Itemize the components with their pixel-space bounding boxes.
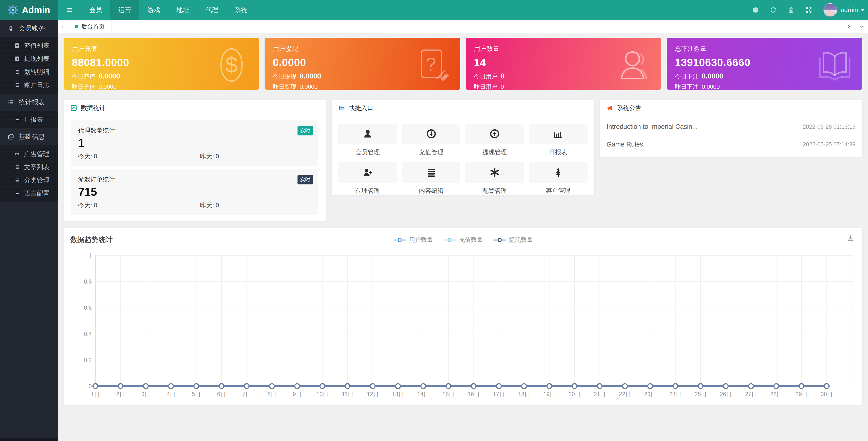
sidebar-item-account-log[interactable]: 账户日志 (0, 78, 58, 92)
legend-label: 用户数量 (409, 236, 433, 244)
notice-item[interactable]: Introduction to Imperial Casin... 2022-0… (607, 118, 856, 135)
fullscreen-button[interactable] (800, 6, 817, 13)
user-menu[interactable]: admin (841, 6, 865, 13)
quick-entry-menu-management[interactable]: 菜单管理 (529, 162, 588, 195)
svg-text:25日: 25日 (694, 391, 707, 397)
card-yesterday-value: 0.0000 (99, 83, 117, 90)
clear-cache-button[interactable] (782, 6, 800, 13)
sidebar-item-language-config[interactable]: 语言配置 (0, 187, 58, 200)
nav-item-agents[interactable]: 代理 (197, 0, 226, 20)
legend-withdraw-count[interactable]: 提现数量 (493, 236, 533, 244)
card-today-label: 今日用户 (474, 73, 498, 80)
ad-icon (14, 151, 20, 157)
nav-item-addresses[interactable]: 地址 (168, 0, 197, 20)
quick-entry-label: 菜单管理 (529, 187, 588, 195)
quick-entry-recharge-management[interactable]: 充值管理 (402, 124, 461, 156)
svg-text:27日: 27日 (745, 391, 757, 397)
nav-item-games[interactable]: 游戏 (139, 0, 168, 20)
user-avatar[interactable] (824, 3, 837, 17)
caret-down-icon (861, 9, 865, 11)
svg-text:1日: 1日 (91, 391, 100, 397)
chevron-down-icon (859, 24, 865, 30)
card-yesterday-value: 0.0000 (300, 83, 318, 90)
quick-tile (338, 162, 397, 182)
card-today-value: 0.0000 (300, 72, 321, 80)
svg-text:?: ? (426, 54, 436, 74)
fullscreen-icon (805, 6, 812, 13)
sidebar-section-basic-info[interactable]: 基础信息 (0, 128, 58, 145)
card-yesterday-label: 昨日下注 (675, 83, 699, 90)
tabs-menu-button[interactable] (855, 20, 868, 33)
svg-text:0.6: 0.6 (84, 304, 92, 311)
legend-marker (443, 238, 456, 242)
sidebar-section-member-accounts[interactable]: B 会员账务 (0, 20, 58, 37)
nav-hamburger[interactable] (58, 0, 81, 20)
sidebar-section-label: 会员账务 (19, 24, 45, 33)
svg-text:3日: 3日 (142, 391, 150, 397)
tabbar: 后台首页 (58, 20, 868, 33)
legend-user-count[interactable]: 用户数量 (393, 236, 433, 244)
system-notice-header: 系统公告 (600, 100, 862, 116)
list-icon (14, 164, 20, 170)
nav-item-members[interactable]: 会员 (81, 0, 110, 20)
quick-entry-withdraw-management[interactable]: 提现管理 (465, 124, 524, 156)
sidebar-item-category-management[interactable]: 分类管理 (0, 174, 58, 187)
data-statistics-header: 数据统计 (64, 100, 326, 116)
sidebar-section-statistics[interactable]: 统计报表 (0, 94, 58, 111)
svg-text:16日: 16日 (468, 391, 479, 397)
bars-icon (426, 167, 436, 178)
username-label: admin (841, 6, 858, 13)
tree-icon (553, 167, 563, 178)
quick-entry-daily-report[interactable]: 日报表 (529, 124, 588, 156)
svg-text:11日: 11日 (342, 391, 353, 397)
legend-recharge-count[interactable]: 充值数量 (443, 236, 483, 244)
today-label: 今天: (78, 202, 92, 209)
quick-entry-label: 代理管理 (338, 187, 397, 195)
quick-entry-agent-management[interactable]: 代理管理 (338, 162, 397, 195)
notice-item[interactable]: Game Rules 2022-05-25 07:14:39 (607, 135, 856, 153)
sidebar-item-daily-report[interactable]: 日报表 (0, 113, 58, 126)
main-nav: 会员 运营 游戏 地址 代理 系统 (58, 0, 255, 20)
game-order-box: 游戏订单统计 实时 715 今天: 0 昨天: 0 (71, 169, 318, 215)
tab-dashboard-home[interactable]: 后台首页 (68, 20, 112, 33)
main-content: 用户充值 88081.0000 今日充值0.0000 昨日充值0.0000 $ … (58, 33, 868, 441)
sidebar: B 会员账务 充值列表 提现列表 划转明细 (0, 20, 58, 441)
quick-tile (402, 124, 461, 144)
svg-text:$: $ (225, 52, 238, 77)
quick-entry-member-management[interactable]: 会员管理 (338, 124, 397, 156)
sidebar-item-ad-management[interactable]: 广告管理 (0, 147, 58, 161)
sidebar-item-article-list[interactable]: 文章列表 (0, 161, 58, 174)
stat-card-user-withdraw: 用户提现 0.0000 今日提现0.0000 昨日提现0.0000 ? (265, 38, 460, 90)
nav-item-operations[interactable]: 运营 (110, 0, 139, 20)
sidebar-item-label: 分类管理 (24, 176, 50, 185)
quick-entry-content-editing[interactable]: 内容编辑 (402, 162, 461, 195)
quick-tile (465, 162, 524, 182)
today-value: 0 (94, 202, 97, 209)
stat-box-value: 1 (78, 136, 312, 149)
sidebar-item-recharge-list[interactable]: 充值列表 (0, 39, 58, 52)
panels-row: 数据统计 代理数量统计 实时 1 今天: 0 昨天: 0 游戏订单统计 实时 7… (64, 100, 862, 221)
sidebar-item-label: 日报表 (24, 115, 43, 124)
tabs-scroll-right-button[interactable] (842, 20, 855, 33)
svg-text:17日: 17日 (493, 391, 505, 397)
quick-entry-config-management[interactable]: 配置管理 (465, 162, 524, 195)
sidebar-item-withdraw-list[interactable]: 提现列表 (0, 52, 58, 65)
svg-text:5日: 5日 (192, 391, 201, 397)
plus-square-icon (14, 43, 20, 48)
quick-entry-label: 内容编辑 (402, 187, 461, 195)
card-today-value: 0.0000 (99, 72, 120, 80)
refresh-button[interactable] (765, 6, 782, 13)
trend-chart: 00.20.40.60.811日2日3日4日5日6日7日8日9日10日11日12… (70, 250, 856, 405)
svg-text:28日: 28日 (770, 391, 782, 397)
card-today-label: 今日提现 (273, 73, 297, 80)
chevron-right-icon (846, 24, 851, 30)
language-button[interactable] (747, 6, 765, 13)
bar-chart-icon (553, 129, 563, 139)
nav-item-system[interactable]: 系统 (226, 0, 255, 20)
yesterday-value: 0 (216, 202, 219, 209)
card-yesterday-value: 0.0000 (702, 83, 720, 90)
download-icon[interactable] (846, 234, 855, 242)
sidebar-submenu-member-accounts: 充值列表 提现列表 划转明细 账户日志 (0, 37, 58, 94)
tabs-scroll-left-button[interactable] (58, 20, 68, 33)
sidebar-item-transfer-details[interactable]: 划转明细 (0, 65, 58, 78)
